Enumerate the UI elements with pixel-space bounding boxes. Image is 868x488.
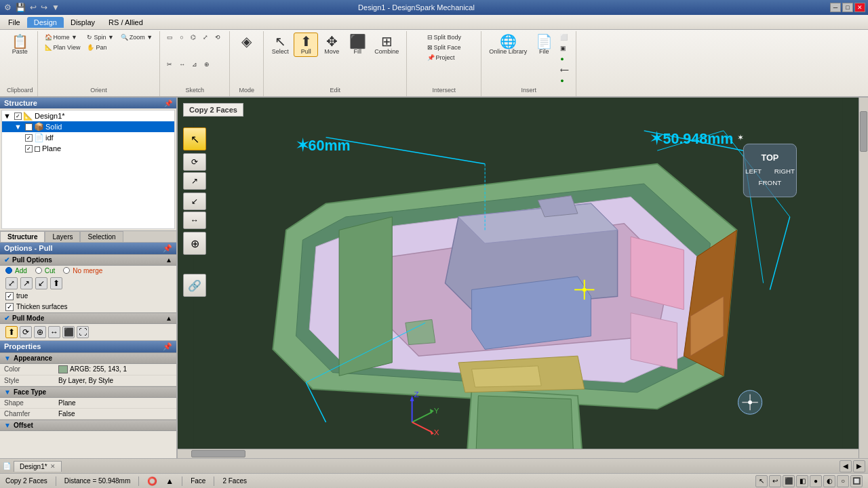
split-face-btn[interactable]: ⊠ Split Face [425,43,465,52]
pull-btn[interactable]: ⬆ Pull [294,33,318,57]
project-btn[interactable]: 📌 Project [425,53,465,62]
tree-item-design1[interactable]: ▼ ✓ 📐 Design1* [2,110,174,121]
insert-btn4[interactable]: ▣ [557,43,572,53]
status-btn2[interactable]: ↩ [769,475,781,487]
select-btn[interactable]: ↖ Select [268,33,292,57]
file-insert-btn[interactable]: 📄 File [532,33,556,57]
canvas-magnet-btn[interactable]: 🔗 [183,274,206,297]
home-btn[interactable]: 🏠 Home ▼ [42,33,83,42]
tree-check-idf[interactable]: ✓ [25,134,33,142]
tree-check-solid[interactable]: ✓ [25,123,33,131]
canvas-select-btn[interactable]: ↖ [183,127,206,150]
tree-item-idf[interactable]: ✓ 📄 idf [2,132,174,143]
tab-scroll-right[interactable]: ▶ [853,460,865,472]
status-btn8[interactable]: 🔲 [850,475,863,487]
minimize-btn[interactable]: ─ [830,3,841,12]
scroll-vertical[interactable] [859,98,868,458]
status-btn3[interactable]: ⬛ [783,475,795,487]
color-swatch[interactable] [58,365,68,373]
properties-pin[interactable]: 📌 [163,342,172,351]
scroll-thumb-h[interactable] [191,450,245,458]
tab-selection[interactable]: Selection [80,231,123,242]
spin-btn[interactable]: ↻ Spin ▼ [84,33,116,42]
paste-btn[interactable]: 📋 Paste [7,33,32,57]
face-type-section[interactable]: ▼ Face Type [0,386,176,398]
sketch-btn3[interactable]: ⌬ [188,33,199,42]
undo-btn[interactable]: ↩ [28,2,38,13]
tree-check-design1[interactable]: ✓ [14,113,22,120]
maintain-offset-row[interactable]: ✓ true [0,291,176,302]
save-quick-btn[interactable]: 💾 [14,2,27,13]
mode-btn[interactable]: ◈ [235,33,259,50]
pull-mode-btn5[interactable]: ⬛ [62,326,75,338]
move-btn[interactable]: ✥ Move [319,33,344,57]
thicken-surfaces-row[interactable]: ✓ Thicken surfaces [0,302,176,312]
pull-mode-btn1[interactable]: ⬆ [5,326,18,338]
canvas-snap-btn[interactable]: ⊕ [183,232,206,255]
canvas-nav-btn2[interactable]: ↗ [183,172,206,190]
insert-btn7[interactable]: ● [557,76,572,85]
tab-structure[interactable]: Structure [0,231,45,242]
menu-rs-allied[interactable]: RS / Allied [102,17,150,28]
status-btn4[interactable]: ◧ [796,475,808,487]
panel-pin-btn[interactable]: 📌 [164,100,172,107]
pull-mode-btn4[interactable]: ↔ [48,326,60,338]
pull-mode-btn6[interactable]: ⛶ [77,326,89,338]
sketch-btn5[interactable]: ⟲ [212,33,223,42]
zoom-btn[interactable]: 🔍 Zoom ▼ [118,33,155,42]
offset-section[interactable]: ▼ Offset [0,420,176,431]
canvas-nav-btn4[interactable]: ↔ [183,211,206,229]
options-pin[interactable]: 📌 [163,244,172,253]
pull-opt-icon4[interactable]: ⬆ [50,277,62,289]
redo-btn[interactable]: ↪ [39,2,49,13]
sketch-btn6[interactable]: ✂ [164,60,175,69]
tab-layers[interactable]: Layers [45,231,80,242]
sketch-btn9[interactable]: ⊕ [201,60,212,69]
menu-design[interactable]: Design [27,17,64,28]
status-btn6[interactable]: ◐ [823,475,835,487]
pan-btn[interactable]: ✋ Pan [84,43,116,52]
fill-btn[interactable]: ⬛ Fill [345,33,370,57]
scroll-thumb-v[interactable] [860,111,867,152]
status-btn5[interactable]: ● [810,475,822,487]
pull-opt-icon1[interactable]: ⤢ [5,277,18,289]
sketch-btn7[interactable]: ↔ [176,60,188,69]
menu-display[interactable]: Display [64,17,102,28]
insert-btn5[interactable]: ● [557,54,572,64]
close-btn[interactable]: ✕ [854,3,865,12]
cut-radio[interactable] [35,267,42,274]
tree-item-plane[interactable]: ✓ ◻ Plane [2,143,174,154]
online-library-btn[interactable]: 🌐 Online Library [486,33,530,57]
thicken-surfaces-cb[interactable]: ✓ [5,303,14,311]
pull-opt-icon3[interactable]: ↙ [35,277,47,289]
quick-access-dropdown[interactable]: ▼ [50,2,61,13]
tree-check-plane[interactable]: ✓ [25,145,33,152]
sketch-btn1[interactable]: ▭ [164,33,176,42]
appearance-section[interactable]: ▼ Appearance [0,352,176,364]
tree-item-solid[interactable]: ▼ ✓ 📦 Solid [2,121,174,132]
scroll-horizontal[interactable] [178,449,859,458]
maximize-btn[interactable]: □ [842,3,853,12]
add-radio[interactable] [5,267,12,274]
doc-tab-close[interactable]: ✕ [50,463,56,470]
sketch-btn2[interactable]: ○ [177,33,186,42]
maintain-offset-cb[interactable]: ✓ [5,292,14,300]
canvas-nav-btn3[interactable]: ↙ [183,192,206,210]
doc-tab-design1[interactable]: Design1* ✕ [14,461,62,472]
status-btn7[interactable]: ○ [837,475,849,487]
split-body-btn[interactable]: ⊟ Split Body [425,33,465,42]
menu-file[interactable]: File [1,17,27,28]
combine-btn[interactable]: ⊞ Combine [371,33,402,57]
insert-btn6[interactable]: ⟵ [557,65,572,75]
pull-mode-btn2[interactable]: ⟳ [20,326,32,338]
insert-btn3[interactable]: ⬜ [557,33,572,42]
viewport[interactable]: Copy 2 Faces ↖ ⟳ ↗ ↙ ↔ ⊕ 🔗 [178,98,868,458]
canvas-nav-btn1[interactable]: ⟳ [183,153,206,171]
pull-opt-icon2[interactable]: ↗ [20,277,33,289]
status-btn1[interactable]: ↖ [755,475,768,487]
pull-options-section[interactable]: ✔ Pull Options ▲ [0,254,176,266]
sketch-btn8[interactable]: ⊿ [189,60,200,69]
pull-mode-btn3[interactable]: ⊕ [34,326,46,338]
pull-mode-section[interactable]: ✔ Pull Mode ▲ [0,312,176,324]
no-merge-radio[interactable] [63,267,70,274]
